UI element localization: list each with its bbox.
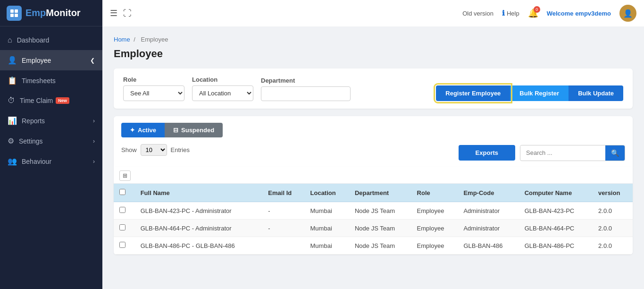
help-button[interactable]: ℹ Help (502, 9, 519, 17)
sidebar: EmpMonitor ⌂ Dashboard 👤 Employee ❮ 📋 Ti… (0, 0, 102, 289)
table-row: GLB-BAN-464-PC - Administrator - Mumbai … (114, 220, 633, 237)
row-checkbox (114, 220, 135, 237)
department-filter-group: Department (261, 77, 351, 101)
breadcrumb-separator: / (134, 36, 135, 43)
sidebar-item-label: Time Claim (20, 97, 53, 104)
breadcrumb: Home / Employee (114, 36, 633, 43)
exports-button[interactable]: Exports (459, 145, 515, 161)
home-icon: ⌂ (8, 36, 12, 44)
reports-icon: 📊 (8, 116, 17, 125)
notification-count: 0 (534, 6, 540, 13)
active-tab-icon: ✦ (130, 127, 135, 134)
hamburger-icon[interactable]: ☰ (110, 8, 117, 18)
row-computer-name: GLB-BAN-464-PC (519, 220, 593, 237)
col-version: version (593, 184, 633, 202)
select-all-checkbox[interactable] (119, 189, 125, 195)
page-title: Employee (114, 48, 633, 60)
sidebar-item-time-claim[interactable]: ⏱ Time Claim New (0, 91, 102, 110)
row-department: Node JS Team (349, 202, 411, 220)
entries-select[interactable]: 10 25 50 100 (141, 144, 167, 156)
location-select[interactable]: All Location Mumbai Delhi Bangalore (192, 85, 253, 101)
table-row: GLB-BAN-423-PC - Administrator - Mumbai … (114, 202, 633, 220)
bulk-update-button[interactable]: Bulk Update (569, 85, 623, 101)
row-department: Node JS Team (349, 237, 411, 255)
sidebar-item-label: Timesheets (22, 77, 56, 85)
col-role: Role (411, 184, 458, 202)
row-version: 2.0.0 (593, 237, 633, 255)
row-select-checkbox[interactable] (119, 242, 125, 248)
table-controls: ✦ Active ⊟ Suspended Show 10 25 50 100 (114, 116, 633, 167)
clock-icon: ⏱ (8, 96, 15, 105)
user-avatar[interactable]: 👤 (619, 5, 636, 22)
suspended-tab-icon: ⊟ (173, 127, 178, 134)
col-email-id: Email Id (262, 184, 304, 202)
sidebar-item-timesheets[interactable]: 📋 Timesheets (0, 70, 102, 91)
sidebar-item-settings[interactable]: ⚙ Settings › (0, 131, 102, 151)
location-filter-group: Location All Location Mumbai Delhi Banga… (192, 76, 253, 101)
entries-label: Entries (171, 146, 190, 153)
col-location: Location (305, 184, 349, 202)
active-tab[interactable]: ✦ Active (121, 123, 165, 137)
chevron-icon: › (93, 138, 95, 144)
help-label: Help (507, 10, 519, 17)
username-text: empv3demo (575, 10, 611, 17)
department-input[interactable] (261, 86, 351, 101)
svg-rect-3 (15, 14, 18, 17)
row-version: 2.0.0 (593, 202, 633, 220)
suspended-tab[interactable]: ⊟ Suspended (165, 123, 223, 137)
app-name: EmpMonitor (25, 8, 81, 18)
breadcrumb-home[interactable]: Home (114, 36, 130, 43)
chevron-icon: ❮ (90, 57, 95, 64)
row-email-id (262, 237, 304, 255)
row-location: Mumbai (305, 202, 349, 220)
timesheets-icon: 📋 (8, 76, 17, 85)
sidebar-item-label: Dashboard (17, 36, 50, 44)
table-wrapper: ⊞ Full Name Email Id Location Department… (114, 167, 633, 255)
sidebar-item-behaviour[interactable]: 👥 Behaviour › (0, 151, 102, 171)
sidebar-item-reports[interactable]: 📊 Reports › (0, 110, 102, 131)
active-tab-label: Active (138, 127, 156, 134)
register-employee-button[interactable]: Register Employee (436, 85, 510, 101)
new-badge: New (56, 97, 69, 104)
search-box: 🔍 (520, 145, 625, 161)
sidebar-item-dashboard[interactable]: ⌂ Dashboard (0, 30, 102, 50)
column-toggle-button[interactable]: ⊞ (119, 170, 131, 181)
search-input[interactable] (520, 146, 605, 160)
action-buttons: Register Employee Bulk Register Bulk Upd… (436, 85, 623, 101)
topbar-left: ☰ ⛶ (110, 8, 132, 18)
row-checkbox (114, 237, 135, 255)
expand-icon[interactable]: ⛶ (123, 8, 132, 18)
chevron-icon: › (93, 118, 95, 124)
row-computer-name: GLB-BAN-423-PC (519, 202, 593, 220)
user-icon: 👤 (8, 56, 17, 65)
row-full-name: GLB-BAN-423-PC - Administrator (135, 202, 263, 220)
sidebar-nav: ⌂ Dashboard 👤 Employee ❮ 📋 Timesheets ⏱ … (0, 26, 102, 171)
sidebar-item-label: Employee (22, 57, 51, 64)
row-location: Mumbai (305, 220, 349, 237)
role-select[interactable]: See All Admin Employee Manager (123, 85, 184, 101)
sidebar-item-label: Settings (19, 137, 43, 145)
role-filter-group: Role See All Admin Employee Manager (123, 76, 184, 101)
sidebar-item-label: Behaviour (22, 158, 51, 165)
sidebar-item-employee[interactable]: 👤 Employee ❮ (0, 50, 102, 70)
row-select-checkbox[interactable] (119, 207, 125, 213)
notification-bell[interactable]: 🔔 0 (528, 8, 538, 18)
row-checkbox (114, 202, 135, 220)
row-emp-code: GLB-BAN-486 (458, 237, 519, 255)
location-label: Location (192, 76, 253, 83)
row-emp-code: Administrator (458, 220, 519, 237)
bulk-register-button[interactable]: Bulk Register (510, 85, 569, 101)
row-email-id: - (262, 202, 304, 220)
content-area: Home / Employee Employee Role See All Ad… (102, 26, 644, 289)
suspended-tab-label: Suspended (181, 127, 214, 134)
behaviour-icon: 👥 (8, 157, 17, 166)
old-version-link[interactable]: Old version (462, 10, 493, 17)
row-version: 2.0.0 (593, 220, 633, 237)
row-full-name: GLB-BAN-464-PC - Administrator (135, 220, 263, 237)
row-email-id: - (262, 220, 304, 237)
row-select-checkbox[interactable] (119, 224, 125, 230)
col-checkbox (114, 184, 135, 202)
search-button[interactable]: 🔍 (605, 145, 625, 161)
role-label: Role (123, 76, 184, 83)
show-entries-row: Show 10 25 50 100 Entries (121, 144, 190, 162)
